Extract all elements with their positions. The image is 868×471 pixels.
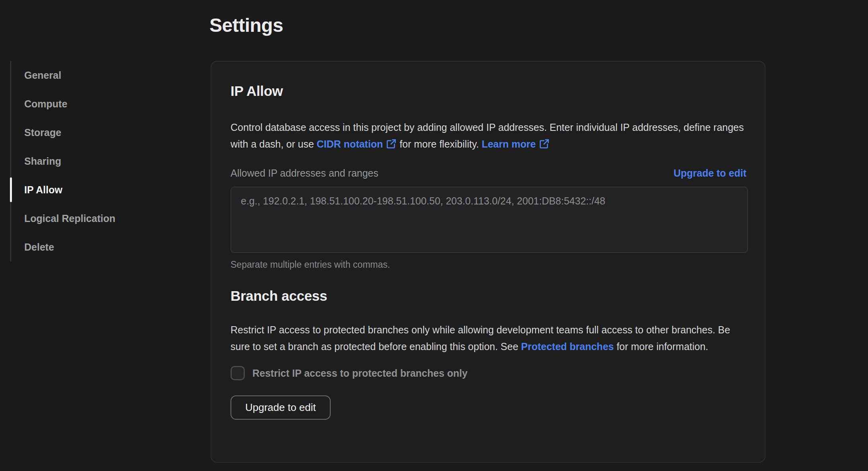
- upgrade-to-edit-button[interactable]: Upgrade to edit: [231, 395, 331, 420]
- restrict-ip-checkbox[interactable]: [231, 366, 245, 380]
- sidebar-item-general[interactable]: General: [11, 61, 197, 90]
- sidebar-item-logical-replication[interactable]: Logical Replication: [11, 204, 197, 233]
- ip-allow-settings-card: IP Allow Control database access in this…: [211, 61, 765, 463]
- cidr-notation-link[interactable]: CIDR notation: [317, 138, 397, 150]
- sidebar-item-label: Storage: [24, 127, 61, 138]
- ip-allow-heading: IP Allow: [231, 82, 746, 100]
- sidebar-item-label: General: [24, 70, 61, 81]
- ip-allow-description: Control database access in this project …: [231, 119, 746, 152]
- description-text: for more flexibility.: [397, 138, 481, 150]
- ip-field-label: Allowed IP addresses and ranges: [231, 167, 378, 179]
- sidebar-item-delete[interactable]: Delete: [11, 233, 197, 261]
- external-link-icon: [539, 138, 550, 149]
- sidebar-item-sharing[interactable]: Sharing: [11, 147, 197, 175]
- protected-branches-link[interactable]: Protected branches: [521, 341, 614, 352]
- settings-sidebar: General Compute Storage Sharing IP Allow…: [10, 61, 197, 261]
- textarea-helper-text: Separate multiple entries with commas.: [231, 259, 746, 270]
- description-text: for more information.: [614, 341, 708, 352]
- sidebar-item-label: Logical Replication: [24, 213, 115, 224]
- link-label: Learn more: [482, 138, 536, 150]
- page-title: Settings: [209, 14, 283, 36]
- upgrade-to-edit-link[interactable]: Upgrade to edit: [674, 167, 746, 179]
- restrict-ip-checkbox-row: Restrict IP access to protected branches…: [231, 366, 746, 380]
- ip-addresses-textarea[interactable]: [231, 187, 748, 253]
- learn-more-link[interactable]: Learn more: [482, 138, 550, 150]
- sidebar-item-label: Sharing: [24, 156, 61, 167]
- sidebar-item-ip-allow[interactable]: IP Allow: [11, 175, 197, 204]
- branch-access-description: Restrict IP access to protected branches…: [231, 321, 746, 355]
- sidebar-item-storage[interactable]: Storage: [11, 118, 197, 147]
- sidebar-item-label: IP Allow: [24, 184, 62, 196]
- restrict-ip-checkbox-label: Restrict IP access to protected branches…: [252, 368, 467, 379]
- branch-access-heading: Branch access: [231, 287, 746, 305]
- link-label: CIDR notation: [317, 138, 383, 150]
- external-link-icon: [386, 138, 397, 149]
- ip-field-header-row: Allowed IP addresses and ranges Upgrade …: [231, 167, 746, 179]
- sidebar-item-label: Delete: [24, 241, 54, 253]
- sidebar-item-label: Compute: [24, 98, 67, 110]
- sidebar-item-compute[interactable]: Compute: [11, 90, 197, 118]
